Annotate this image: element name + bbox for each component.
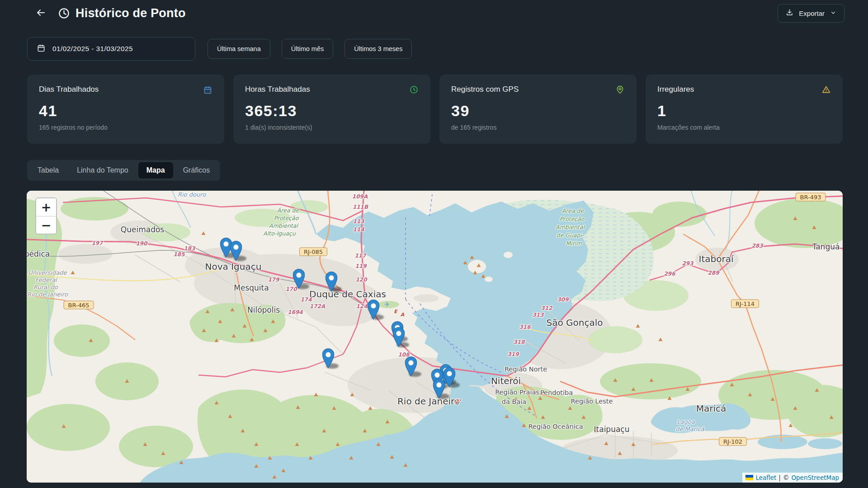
map-canvas: [27, 191, 843, 483]
arrow-left-icon: [35, 7, 46, 19]
card-label: Horas Trabalhadas: [245, 85, 310, 94]
date-range-input[interactable]: 01/02/2025 - 31/03/2025: [27, 37, 195, 61]
zoom-in-button[interactable]: +: [36, 198, 56, 216]
card-horas-trabalhadas: Horas Trabalhadas 365:13 1 dia(s) incons…: [233, 75, 430, 144]
card-label: Dias Trabalhados: [39, 85, 99, 94]
tab-tabela[interactable]: Tabela: [29, 162, 67, 178]
copyright-symbol: ©: [783, 474, 789, 481]
clock-icon: [58, 7, 70, 19]
quick-range-last-3-months[interactable]: Últimos 3 meses: [344, 39, 412, 59]
card-subtitle: Marcações com alerta: [657, 124, 831, 131]
card-label: Registros com GPS: [451, 85, 519, 94]
card-value: 41: [39, 102, 212, 120]
card-value: 365:13: [245, 102, 419, 120]
filter-bar: 01/02/2025 - 31/03/2025 Última semana Úl…: [27, 37, 412, 61]
attribution-separator: |: [778, 474, 781, 481]
quick-range-last-month[interactable]: Último mês: [282, 39, 334, 59]
map[interactable]: QueimadosNova IguaçuMesquitaNilópolisDuq…: [27, 191, 843, 483]
clock-icon: [409, 85, 419, 96]
header: Histórico de Ponto Exportar: [0, 0, 868, 26]
view-tabs: Tabela Linha do Tempo Mapa Gráficos: [27, 160, 220, 181]
card-value: 1: [657, 102, 831, 120]
map-zoom-control: + −: [35, 197, 57, 235]
download-icon: [785, 8, 794, 18]
card-irregulares: Irregulares 1 Marcações com alerta: [646, 75, 843, 144]
back-button[interactable]: [33, 5, 48, 21]
tab-mapa[interactable]: Mapa: [138, 162, 173, 178]
card-label: Irregulares: [657, 85, 694, 94]
export-button[interactable]: Exportar: [778, 4, 844, 23]
card-subtitle: 165 registros no período: [39, 124, 212, 131]
tab-graficos[interactable]: Gráficos: [175, 162, 218, 178]
chevron-down-icon: [830, 9, 837, 18]
calendar-icon: [203, 85, 212, 96]
leaflet-link[interactable]: Leaflet: [755, 474, 776, 481]
ukraine-flag-icon: [745, 475, 753, 480]
tab-linha-do-tempo[interactable]: Linha do Tempo: [69, 162, 137, 178]
card-registros-gps: Registros com GPS 39 de 165 registros: [439, 75, 637, 144]
zoom-out-button[interactable]: −: [36, 216, 56, 234]
date-range-value: 01/02/2025 - 31/03/2025: [52, 45, 133, 53]
quick-range-last-week[interactable]: Última semana: [208, 39, 270, 59]
page-title: Histórico de Ponto: [75, 6, 186, 20]
stat-cards: Dias Trabalhados 41 165 registros no per…: [27, 75, 843, 144]
card-dias-trabalhados: Dias Trabalhados 41 165 registros no per…: [27, 75, 224, 144]
calendar-icon: [37, 43, 46, 54]
card-subtitle: de 165 registros: [451, 124, 625, 131]
map-attribution: Leaflet | © OpenStreetMap: [742, 473, 843, 483]
warning-icon: [821, 85, 831, 96]
openstreetmap-link[interactable]: OpenStreetMap: [791, 474, 839, 481]
map-pin-icon: [615, 85, 625, 96]
export-button-label: Exportar: [799, 9, 825, 17]
card-subtitle: 1 dia(s) inconsistente(s): [245, 124, 419, 131]
card-value: 39: [451, 102, 625, 120]
